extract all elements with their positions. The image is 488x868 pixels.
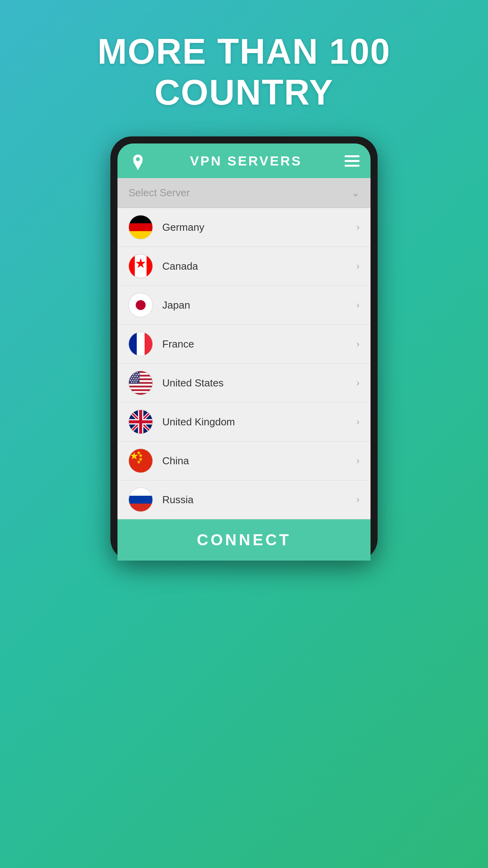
flag-fr-icon [128, 332, 153, 356]
list-item[interactable]: United States › [117, 364, 371, 403]
country-name: United Kingdom [162, 416, 356, 428]
svg-rect-19 [129, 388, 152, 390]
svg-rect-54 [129, 449, 152, 473]
select-server-dropdown[interactable]: Select Server ⌄ [117, 178, 371, 208]
chevron-right-icon: › [356, 261, 360, 272]
svg-point-22 [130, 372, 131, 373]
list-item[interactable]: Canada › [117, 247, 371, 286]
svg-point-29 [138, 374, 139, 375]
svg-point-35 [133, 378, 134, 379]
svg-rect-53 [129, 420, 152, 423]
svg-point-25 [137, 372, 138, 373]
country-name: France [162, 338, 356, 350]
svg-point-23 [132, 372, 133, 373]
headline-line2: COUNTRY [154, 73, 334, 112]
svg-point-34 [131, 378, 132, 379]
svg-point-36 [136, 378, 137, 379]
app-header: VPN SERVERS [117, 143, 371, 178]
list-item[interactable]: France › [117, 325, 371, 364]
list-item[interactable]: China › [117, 441, 371, 480]
svg-rect-18 [129, 384, 152, 386]
chevron-right-icon: › [356, 455, 360, 466]
svg-rect-7 [135, 254, 147, 278]
svg-rect-13 [145, 332, 152, 356]
svg-point-28 [136, 374, 137, 375]
svg-rect-61 [129, 496, 152, 504]
svg-point-26 [131, 374, 132, 375]
chevron-down-icon: ⌄ [352, 188, 360, 199]
svg-point-44 [136, 382, 137, 383]
svg-marker-1 [133, 162, 143, 170]
chevron-right-icon: › [356, 222, 360, 233]
select-server-label: Select Server [128, 187, 190, 199]
flag-jp-icon [128, 293, 153, 317]
app-title: VPN SERVERS [190, 153, 302, 169]
list-item[interactable]: United Kingdom › [117, 403, 371, 441]
country-name: China [162, 455, 356, 467]
chevron-right-icon: › [356, 300, 360, 311]
svg-point-42 [131, 382, 132, 383]
headline-line1: MORE THAN 100 [97, 32, 391, 71]
connect-button[interactable]: CONNECT [117, 519, 371, 561]
svg-point-30 [130, 376, 131, 377]
svg-point-24 [134, 372, 136, 373]
svg-point-41 [137, 380, 138, 381]
svg-point-31 [132, 376, 133, 377]
svg-point-32 [134, 376, 136, 377]
flag-gb-icon [128, 410, 153, 434]
list-item[interactable]: Russia › [117, 480, 371, 519]
chevron-right-icon: › [356, 377, 360, 388]
svg-point-38 [130, 380, 131, 381]
svg-point-10 [136, 300, 145, 310]
svg-rect-3 [129, 215, 152, 223]
hamburger-menu-icon[interactable] [345, 155, 360, 167]
chevron-right-icon: › [356, 338, 360, 349]
flag-us-icon [128, 371, 153, 395]
svg-point-27 [133, 374, 134, 375]
svg-point-40 [134, 380, 136, 381]
country-name: United States [162, 377, 356, 389]
list-item[interactable]: Japan › [117, 286, 371, 325]
flag-de-icon [128, 215, 153, 239]
svg-rect-5 [129, 231, 152, 239]
country-name: Germany [162, 221, 356, 234]
svg-point-33 [137, 376, 138, 377]
country-name: Russia [162, 494, 356, 506]
country-name: Canada [162, 260, 356, 272]
svg-point-39 [132, 380, 133, 381]
svg-rect-20 [129, 391, 152, 393]
chevron-right-icon: › [356, 494, 360, 505]
svg-rect-12 [129, 332, 137, 356]
app-logo-icon [128, 151, 147, 170]
svg-point-43 [133, 382, 134, 383]
chevron-right-icon: › [356, 416, 360, 427]
list-item[interactable]: Germany › [117, 208, 371, 247]
svg-point-2 [136, 157, 140, 161]
flag-cn-icon [128, 449, 153, 473]
svg-rect-62 [129, 504, 152, 511]
svg-point-37 [138, 378, 139, 379]
svg-rect-4 [129, 223, 152, 231]
country-list: Germany › Canada › [117, 208, 371, 519]
phone-device: VPN SERVERS Select Server ⌄ [110, 136, 378, 561]
headline: MORE THAN 100 COUNTRY [97, 31, 391, 113]
flag-ca-icon [128, 254, 153, 278]
flag-ru-icon [128, 487, 153, 512]
country-name: Japan [162, 299, 356, 311]
